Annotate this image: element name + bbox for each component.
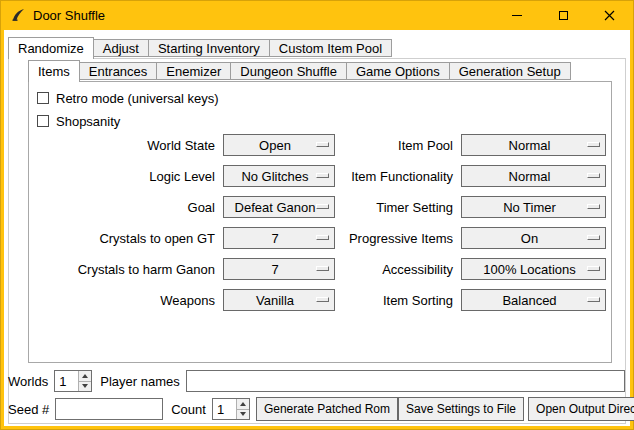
weapons-label: Weapons — [37, 293, 217, 308]
accessibility-label: Accessibility — [341, 262, 455, 277]
maximize-button[interactable] — [540, 0, 586, 30]
item-functionality-dropdown[interactable]: Normal — [461, 165, 606, 187]
tab-game-options[interactable]: Game Options — [346, 62, 450, 80]
tab-items[interactable]: Items — [28, 60, 80, 82]
inner-tab-bar: Items Entrances Enemizer Dungeon Shuffle… — [28, 60, 570, 82]
item-sorting-label: Item Sorting — [341, 293, 455, 308]
outer-tab-bar: Randomize Adjust Starting Inventory Cust… — [8, 37, 391, 59]
dropdown-indicator-icon — [316, 204, 329, 209]
timer-setting-label: Timer Setting — [341, 200, 455, 215]
tab-dungeon-shuffle[interactable]: Dungeon Shuffle — [230, 62, 347, 80]
goal-label: Goal — [37, 200, 217, 215]
tab-starting-inventory[interactable]: Starting Inventory — [148, 39, 270, 57]
tab-randomize[interactable]: Randomize — [8, 37, 94, 59]
worlds-spinner[interactable]: 1 — [54, 370, 92, 392]
dropdown-indicator-icon — [587, 266, 600, 271]
crystals-open-gt-dropdown[interactable]: 7 — [223, 227, 335, 249]
window-controls — [494, 0, 632, 30]
tab-generation-setup[interactable]: Generation Setup — [449, 62, 571, 80]
dropdown-indicator-icon — [316, 266, 329, 271]
crystals-harm-ganon-label: Crystals to harm Ganon — [37, 262, 217, 277]
triangle-up-icon — [240, 402, 246, 406]
goal-value: Defeat Ganon — [235, 200, 324, 215]
shopsanity-row[interactable]: Shopsanity — [37, 111, 611, 131]
maximize-icon — [559, 11, 568, 20]
player-names-input[interactable] — [186, 370, 625, 392]
options-grid: World State Open Item Pool Normal Logic … — [37, 134, 611, 311]
dropdown-indicator-icon — [587, 173, 600, 178]
logic-level-label: Logic Level — [37, 169, 217, 184]
minimize-button[interactable] — [494, 0, 540, 30]
dropdown-indicator-icon — [316, 235, 329, 240]
dropdown-indicator-icon — [587, 142, 600, 147]
window-title: Door Shuffle — [33, 8, 105, 23]
progressive-items-value: On — [521, 231, 546, 246]
tab-enemizer[interactable]: Enemizer — [156, 62, 231, 80]
crystals-open-gt-value: 7 — [271, 231, 286, 246]
progressive-items-label: Progressive Items — [341, 231, 455, 246]
retro-mode-row[interactable]: Retro mode (universal keys) — [37, 88, 611, 108]
triangle-up-icon — [82, 374, 88, 378]
shopsanity-checkbox[interactable] — [37, 115, 49, 127]
shopsanity-label: Shopsanity — [56, 114, 120, 129]
worlds-row: Worlds 1 Player names — [8, 370, 628, 392]
spinner-arrows — [78, 371, 91, 391]
accessibility-value: 100% Locations — [483, 262, 584, 277]
close-icon — [604, 10, 615, 21]
triangle-down-icon — [240, 412, 246, 416]
goal-dropdown[interactable]: Defeat Ganon — [223, 196, 335, 218]
dropdown-indicator-icon — [587, 297, 600, 302]
item-sorting-value: Balanced — [502, 293, 564, 308]
progressive-items-dropdown[interactable]: On — [461, 227, 606, 249]
world-state-label: World State — [37, 138, 217, 153]
world-state-dropdown[interactable]: Open — [223, 134, 335, 156]
count-spinner[interactable]: 1 — [212, 398, 250, 420]
dropdown-indicator-icon — [587, 235, 600, 240]
seed-input[interactable] — [55, 398, 163, 420]
player-names-label: Player names — [100, 374, 179, 389]
item-sorting-dropdown[interactable]: Balanced — [461, 289, 606, 311]
item-pool-label: Item Pool — [341, 138, 455, 153]
dropdown-indicator-icon — [316, 142, 329, 147]
weapons-dropdown[interactable]: Vanilla — [223, 289, 335, 311]
minimize-icon — [512, 15, 522, 16]
app-icon — [11, 8, 25, 22]
item-pool-dropdown[interactable]: Normal — [461, 134, 606, 156]
worlds-spin-down-button[interactable] — [79, 382, 91, 392]
retro-mode-label: Retro mode (universal keys) — [56, 91, 219, 106]
count-value: 1 — [213, 399, 236, 419]
tab-adjust[interactable]: Adjust — [93, 39, 149, 57]
save-settings-button[interactable]: Save Settings to File — [398, 397, 524, 421]
titlebar[interactable]: Door Shuffle — [0, 0, 634, 30]
tab-custom-item-pool[interactable]: Custom Item Pool — [269, 39, 392, 57]
worlds-spin-up-button[interactable] — [79, 371, 91, 382]
retro-mode-checkbox[interactable] — [37, 92, 49, 104]
items-tab-pane: Retro mode (universal keys) Shopsanity W… — [28, 81, 612, 363]
close-button[interactable] — [586, 0, 632, 30]
client-area: Randomize Adjust Starting Inventory Cust… — [4, 30, 630, 426]
logic-level-dropdown[interactable]: No Glitches — [223, 165, 335, 187]
crystals-harm-ganon-value: 7 — [271, 262, 286, 277]
count-spin-up-button[interactable] — [237, 399, 249, 410]
count-label: Count — [171, 402, 206, 417]
open-output-directory-button[interactable]: Open Output Directory — [528, 397, 634, 421]
seed-row: Seed # Count 1 Generate Patched Rom Save… — [8, 397, 628, 421]
dropdown-indicator-icon — [316, 173, 329, 178]
timer-setting-value: No Timer — [503, 200, 564, 215]
worlds-label: Worlds — [8, 374, 48, 389]
count-spin-down-button[interactable] — [237, 410, 249, 420]
logic-level-value: No Glitches — [241, 169, 316, 184]
world-state-value: Open — [259, 138, 299, 153]
crystals-harm-ganon-dropdown[interactable]: 7 — [223, 258, 335, 280]
dropdown-indicator-icon — [316, 297, 329, 302]
generate-patched-rom-button[interactable]: Generate Patched Rom — [256, 397, 398, 421]
dropdown-indicator-icon — [587, 204, 600, 209]
item-functionality-value: Normal — [509, 169, 559, 184]
seed-label: Seed # — [8, 402, 49, 417]
timer-setting-dropdown[interactable]: No Timer — [461, 196, 606, 218]
accessibility-dropdown[interactable]: 100% Locations — [461, 258, 606, 280]
worlds-value: 1 — [55, 371, 78, 391]
triangle-down-icon — [82, 384, 88, 388]
item-functionality-label: Item Functionality — [341, 169, 455, 184]
tab-entrances[interactable]: Entrances — [79, 62, 158, 80]
